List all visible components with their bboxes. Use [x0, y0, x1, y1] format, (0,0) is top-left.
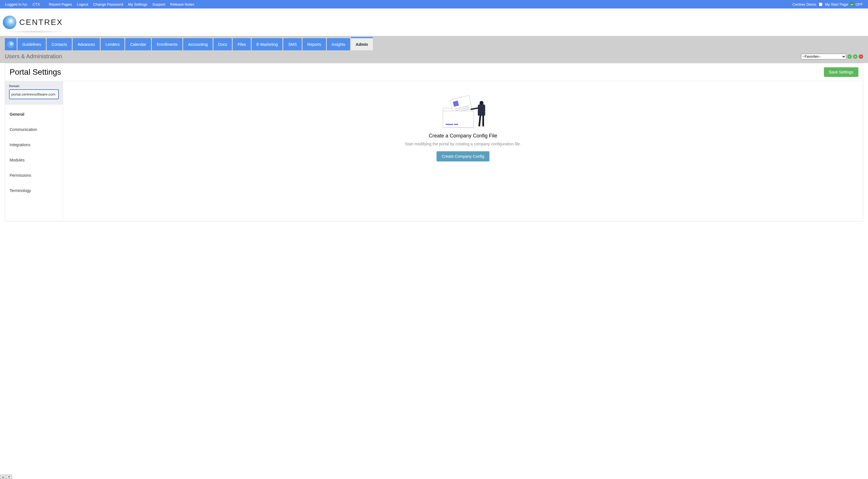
- nav-tab-guidelines[interactable]: Guidelines: [18, 38, 46, 50]
- logged-in-label: Logged In As: CTX: [5, 2, 44, 6]
- quickbooks-icon[interactable]: qb: [850, 2, 854, 6]
- create-company-config-button[interactable]: Create Company Config: [437, 151, 489, 161]
- side-item-terminology[interactable]: Terminology: [5, 185, 63, 196]
- favorite-add-icon[interactable]: +: [853, 54, 858, 59]
- nav-tab-calendar[interactable]: Calendar: [125, 38, 151, 50]
- nav-tab-emarketing[interactable]: E-Marketing: [252, 38, 282, 50]
- empty-state-heading: Create a Company Config File: [429, 133, 497, 139]
- side-item-integrations[interactable]: Integrations: [5, 139, 63, 150]
- save-settings-button[interactable]: Save Settings: [824, 67, 858, 77]
- favorite-remove-icon[interactable]: −: [859, 54, 863, 59]
- domain-block: Domain: [5, 81, 63, 104]
- domain-input[interactable]: [9, 89, 59, 99]
- topbar-link-change-password[interactable]: Change Password: [93, 2, 123, 6]
- nav-tab-lenders[interactable]: Lenders: [101, 38, 125, 50]
- topbar-link-logout[interactable]: Logout: [77, 2, 88, 6]
- top-bar: Logged In As: CTX Recent Pages Logout Ch…: [0, 0, 868, 8]
- start-page-label: My Start Page: [825, 2, 848, 6]
- demo-label: Centrex Demo: [793, 2, 816, 6]
- home-swirl-icon: [8, 41, 14, 48]
- empty-state-illustration: [438, 95, 489, 128]
- page-title: Users & Administration: [5, 53, 62, 60]
- topbar-link-release-notes[interactable]: Release Notes: [170, 2, 194, 6]
- empty-state-description: Start modifying the portal by creating a…: [405, 142, 521, 146]
- nav-tab-sms[interactable]: SMS: [283, 38, 301, 50]
- nav-tab-reports[interactable]: Reports: [303, 38, 326, 50]
- side-item-permissions[interactable]: Permissions: [5, 170, 63, 181]
- nav-tab-files[interactable]: Files: [233, 38, 251, 50]
- brand-name: CENTREX: [19, 18, 63, 27]
- top-bar-left: Logged In As: CTX Recent Pages Logout Ch…: [5, 2, 198, 6]
- side-item-communication[interactable]: Communication: [5, 124, 63, 135]
- nav-tab-enrollments[interactable]: Enrollments: [152, 38, 182, 50]
- nav-tab-docs[interactable]: Docs: [214, 38, 232, 50]
- panel-header: Portal Settings Save Settings: [5, 63, 863, 81]
- brand-swirl-icon: [3, 16, 17, 29]
- side-item-modules[interactable]: Modules: [5, 154, 63, 166]
- qb-state-label: OFF: [856, 2, 863, 6]
- favorite-check-icon[interactable]: ✓: [847, 54, 852, 59]
- top-bar-right: Centrex Demo My Start Page qb OFF: [793, 2, 863, 6]
- panel-body: Domain General Communication Integration…: [5, 81, 863, 221]
- settings-nav-list: General Communication Integrations Modul…: [5, 104, 63, 200]
- nav-tab-advances[interactable]: Advances: [73, 38, 99, 50]
- nav-tab-insights[interactable]: Insights: [327, 38, 350, 50]
- side-item-general[interactable]: General: [5, 109, 63, 120]
- topbar-link-support[interactable]: Support: [152, 2, 165, 6]
- domain-label: Domain: [9, 85, 59, 88]
- nav-tab-home[interactable]: [5, 38, 17, 50]
- nav-tab-admin[interactable]: Admin: [351, 37, 373, 50]
- sub-header-actions: --Favorites-- ✓ + −: [801, 54, 863, 59]
- nav-tab-contacts[interactable]: Contacts: [46, 38, 72, 50]
- nav-tab-accounting[interactable]: Accounting: [183, 38, 212, 50]
- topbar-link-my-settings[interactable]: My Settings: [128, 2, 147, 6]
- panel-title: Portal Settings: [10, 67, 61, 77]
- topbar-link-recent-pages[interactable]: Recent Pages: [49, 2, 72, 6]
- settings-panel: Portal Settings Save Settings Domain Gen…: [5, 63, 863, 221]
- brand-shadow: [3, 30, 68, 33]
- favorites-select[interactable]: --Favorites--: [801, 54, 846, 59]
- sub-header: Users & Administration --Favorites-- ✓ +…: [0, 50, 868, 63]
- settings-content: Create a Company Config File Start modif…: [63, 81, 863, 221]
- start-page-checkbox[interactable]: [819, 3, 823, 6]
- settings-sidebar: Domain General Communication Integration…: [5, 81, 63, 221]
- main-nav: Guidelines Contacts Advances Lenders Cal…: [0, 36, 868, 50]
- logo-area: CENTREX: [0, 8, 868, 36]
